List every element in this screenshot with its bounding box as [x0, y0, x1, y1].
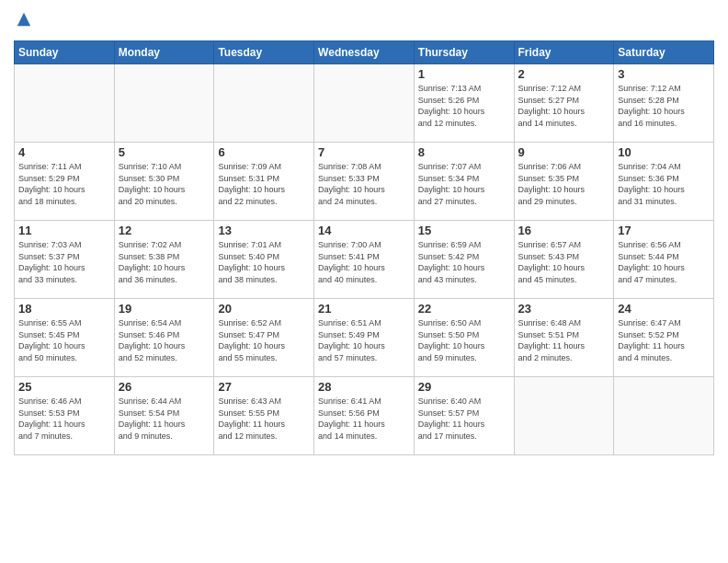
calendar-cell: 12Sunrise: 7:02 AM Sunset: 5:38 PM Dayli…: [114, 221, 214, 299]
header: [14, 9, 714, 33]
day-number: 27: [218, 380, 310, 394]
day-number: 12: [119, 224, 210, 237]
week-row-2: 4Sunrise: 7:11 AM Sunset: 5:29 PM Daylig…: [15, 143, 714, 221]
calendar-cell: [614, 377, 714, 455]
calendar-cell: 19Sunrise: 6:54 AM Sunset: 5:46 PM Dayli…: [114, 299, 214, 377]
day-number: 23: [518, 302, 610, 316]
calendar-cell: 6Sunrise: 7:09 AM Sunset: 5:31 PM Daylig…: [214, 143, 314, 221]
day-number: 13: [218, 224, 310, 237]
day-info: Sunrise: 7:09 AM Sunset: 5:31 PM Dayligh…: [218, 161, 310, 207]
calendar-cell: 11Sunrise: 7:03 AM Sunset: 5:37 PM Dayli…: [15, 221, 115, 299]
logo-text: [14, 9, 32, 33]
calendar-cell: 25Sunrise: 6:46 AM Sunset: 5:53 PM Dayli…: [15, 377, 115, 455]
calendar-cell: 13Sunrise: 7:01 AM Sunset: 5:40 PM Dayli…: [214, 221, 314, 299]
calendar-cell: 28Sunrise: 6:41 AM Sunset: 5:56 PM Dayli…: [314, 377, 415, 455]
calendar-cell: 4Sunrise: 7:11 AM Sunset: 5:29 PM Daylig…: [15, 143, 115, 221]
day-info: Sunrise: 6:47 AM Sunset: 5:52 PM Dayligh…: [618, 317, 710, 363]
logo-icon: [16, 11, 32, 28]
day-info: Sunrise: 6:43 AM Sunset: 5:55 PM Dayligh…: [218, 396, 310, 442]
week-row-5: 25Sunrise: 6:46 AM Sunset: 5:53 PM Dayli…: [15, 377, 714, 455]
day-number: 8: [418, 145, 510, 159]
svg-marker-0: [17, 13, 30, 26]
calendar-cell: 7Sunrise: 7:08 AM Sunset: 5:33 PM Daylig…: [314, 143, 415, 221]
day-info: Sunrise: 6:55 AM Sunset: 5:45 PM Dayligh…: [18, 317, 110, 363]
calendar-cell: 2Sunrise: 7:12 AM Sunset: 5:27 PM Daylig…: [514, 64, 614, 143]
day-info: Sunrise: 6:46 AM Sunset: 5:53 PM Dayligh…: [18, 396, 110, 442]
day-number: 5: [119, 145, 210, 159]
day-header-friday: Friday: [514, 41, 614, 64]
calendar-cell: 9Sunrise: 7:06 AM Sunset: 5:35 PM Daylig…: [514, 143, 614, 221]
day-info: Sunrise: 7:11 AM Sunset: 5:29 PM Dayligh…: [18, 161, 110, 207]
calendar-cell: [214, 64, 314, 143]
day-number: 7: [318, 145, 410, 159]
day-number: 24: [618, 302, 710, 316]
day-number: 22: [418, 302, 510, 316]
day-number: 28: [318, 380, 410, 394]
day-number: 1: [418, 67, 510, 81]
calendar-cell: 17Sunrise: 6:56 AM Sunset: 5:44 PM Dayli…: [614, 221, 714, 299]
day-info: Sunrise: 7:00 AM Sunset: 5:41 PM Dayligh…: [318, 239, 410, 285]
day-info: Sunrise: 6:52 AM Sunset: 5:47 PM Dayligh…: [218, 317, 310, 363]
day-info: Sunrise: 7:07 AM Sunset: 5:34 PM Dayligh…: [418, 161, 510, 207]
week-row-3: 11Sunrise: 7:03 AM Sunset: 5:37 PM Dayli…: [15, 221, 714, 299]
day-info: Sunrise: 6:54 AM Sunset: 5:46 PM Dayligh…: [119, 317, 210, 363]
day-info: Sunrise: 6:41 AM Sunset: 5:56 PM Dayligh…: [318, 396, 410, 442]
day-number: 17: [618, 224, 710, 237]
calendar-cell: 14Sunrise: 7:00 AM Sunset: 5:41 PM Dayli…: [314, 221, 415, 299]
day-header-tuesday: Tuesday: [214, 41, 314, 64]
day-header-wednesday: Wednesday: [314, 41, 415, 64]
day-number: 26: [119, 380, 210, 394]
day-number: 21: [318, 302, 410, 316]
calendar-cell: 1Sunrise: 7:13 AM Sunset: 5:26 PM Daylig…: [414, 64, 514, 143]
day-info: Sunrise: 7:12 AM Sunset: 5:27 PM Dayligh…: [518, 83, 610, 129]
calendar-header-row: SundayMondayTuesdayWednesdayThursdayFrid…: [15, 41, 714, 64]
calendar-cell: 16Sunrise: 6:57 AM Sunset: 5:43 PM Dayli…: [514, 221, 614, 299]
day-info: Sunrise: 7:04 AM Sunset: 5:36 PM Dayligh…: [618, 161, 710, 207]
calendar-cell: [514, 377, 614, 455]
day-number: 19: [119, 302, 210, 316]
day-number: 20: [218, 302, 310, 316]
day-info: Sunrise: 7:10 AM Sunset: 5:30 PM Dayligh…: [119, 161, 210, 207]
logo: [14, 9, 32, 33]
day-info: Sunrise: 7:01 AM Sunset: 5:40 PM Dayligh…: [218, 239, 310, 285]
calendar-cell: 20Sunrise: 6:52 AM Sunset: 5:47 PM Dayli…: [214, 299, 314, 377]
day-number: 3: [618, 67, 710, 81]
calendar-cell: 10Sunrise: 7:04 AM Sunset: 5:36 PM Dayli…: [614, 143, 714, 221]
calendar-cell: [114, 64, 214, 143]
day-info: Sunrise: 7:13 AM Sunset: 5:26 PM Dayligh…: [418, 83, 510, 129]
calendar-cell: 29Sunrise: 6:40 AM Sunset: 5:57 PM Dayli…: [414, 377, 514, 455]
calendar-cell: 23Sunrise: 6:48 AM Sunset: 5:51 PM Dayli…: [514, 299, 614, 377]
day-info: Sunrise: 6:50 AM Sunset: 5:50 PM Dayligh…: [418, 317, 510, 363]
day-number: 29: [418, 380, 510, 394]
calendar-cell: 3Sunrise: 7:12 AM Sunset: 5:28 PM Daylig…: [614, 64, 714, 143]
day-info: Sunrise: 6:57 AM Sunset: 5:43 PM Dayligh…: [518, 239, 610, 285]
calendar-cell: 5Sunrise: 7:10 AM Sunset: 5:30 PM Daylig…: [114, 143, 214, 221]
calendar-cell: 21Sunrise: 6:51 AM Sunset: 5:49 PM Dayli…: [314, 299, 415, 377]
day-number: 6: [218, 145, 310, 159]
page: SundayMondayTuesdayWednesdayThursdayFrid…: [0, 0, 728, 563]
calendar-cell: [314, 64, 415, 143]
day-info: Sunrise: 6:59 AM Sunset: 5:42 PM Dayligh…: [418, 239, 510, 285]
day-header-thursday: Thursday: [414, 41, 514, 64]
calendar-cell: 24Sunrise: 6:47 AM Sunset: 5:52 PM Dayli…: [614, 299, 714, 377]
day-number: 16: [518, 224, 610, 237]
calendar-cell: [15, 64, 115, 143]
calendar-cell: 18Sunrise: 6:55 AM Sunset: 5:45 PM Dayli…: [15, 299, 115, 377]
day-info: Sunrise: 6:44 AM Sunset: 5:54 PM Dayligh…: [119, 396, 210, 442]
day-number: 10: [618, 145, 710, 159]
day-info: Sunrise: 7:03 AM Sunset: 5:37 PM Dayligh…: [18, 239, 110, 285]
calendar-cell: 26Sunrise: 6:44 AM Sunset: 5:54 PM Dayli…: [114, 377, 214, 455]
day-number: 25: [18, 380, 110, 394]
calendar-cell: 8Sunrise: 7:07 AM Sunset: 5:34 PM Daylig…: [414, 143, 514, 221]
day-info: Sunrise: 6:48 AM Sunset: 5:51 PM Dayligh…: [518, 317, 610, 363]
day-number: 18: [18, 302, 110, 316]
week-row-1: 1Sunrise: 7:13 AM Sunset: 5:26 PM Daylig…: [15, 64, 714, 143]
day-info: Sunrise: 6:40 AM Sunset: 5:57 PM Dayligh…: [418, 396, 510, 442]
day-number: 11: [18, 224, 110, 237]
day-info: Sunrise: 7:02 AM Sunset: 5:38 PM Dayligh…: [119, 239, 210, 285]
calendar-cell: 22Sunrise: 6:50 AM Sunset: 5:50 PM Dayli…: [414, 299, 514, 377]
day-info: Sunrise: 7:06 AM Sunset: 5:35 PM Dayligh…: [518, 161, 610, 207]
day-number: 2: [518, 67, 610, 81]
calendar-cell: 27Sunrise: 6:43 AM Sunset: 5:55 PM Dayli…: [214, 377, 314, 455]
day-number: 4: [18, 145, 110, 159]
